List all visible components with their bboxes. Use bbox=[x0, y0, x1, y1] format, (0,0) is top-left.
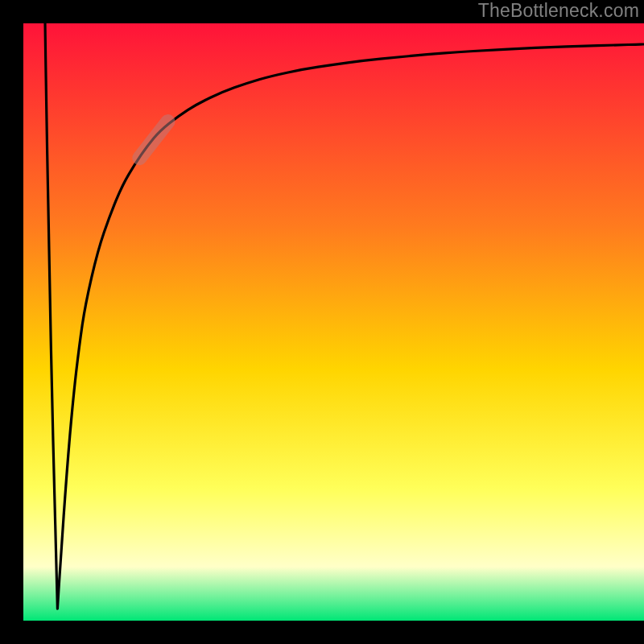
plot-area bbox=[23, 23, 644, 621]
chart-frame: TheBottleneck.com bbox=[0, 0, 644, 644]
watermark-text: TheBottleneck.com bbox=[478, 0, 639, 22]
chart-svg bbox=[23, 23, 644, 621]
gradient-background bbox=[23, 23, 644, 621]
